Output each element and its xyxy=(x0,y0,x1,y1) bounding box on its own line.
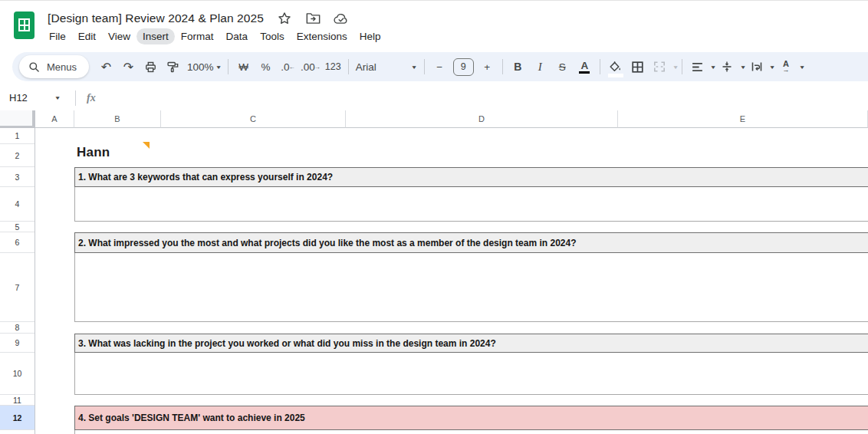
decrease-decimal-button[interactable]: .0← xyxy=(278,57,298,77)
question-3-cell[interactable]: 3. What was lacking in the project you w… xyxy=(74,334,868,353)
menu-extensions[interactable]: Extensions xyxy=(291,28,353,44)
text-color-button[interactable]: A xyxy=(575,57,594,77)
zoom-value: 100% xyxy=(187,61,214,73)
column-header-a[interactable]: A xyxy=(35,110,74,128)
name-box-value: H12 xyxy=(9,92,28,104)
menu-insert[interactable]: Insert xyxy=(136,28,175,44)
font-size-input[interactable]: 9 xyxy=(453,58,474,76)
merge-cells-icon xyxy=(653,61,666,73)
toolbar-divider xyxy=(600,59,600,74)
bold-button[interactable]: B xyxy=(508,57,528,77)
cloud-saved-icon[interactable] xyxy=(334,11,349,26)
menu-file[interactable]: File xyxy=(43,28,72,44)
question-1-cell[interactable]: 1. What are 3 keywords that can express … xyxy=(74,167,868,187)
document-title[interactable]: [Design team] Review 2024 & Plan 2025 xyxy=(48,12,264,25)
currency-format-button[interactable]: ₩ xyxy=(234,57,253,77)
menu-help[interactable]: Help xyxy=(353,28,387,44)
column-header-b[interactable]: B xyxy=(74,110,161,128)
menu-tools[interactable]: Tools xyxy=(254,28,291,44)
row-header-12-selected[interactable]: 12 xyxy=(0,406,35,430)
more-formats-button[interactable]: 123 xyxy=(324,57,343,77)
sheets-logo-grid-icon xyxy=(18,18,30,31)
row-header-divider xyxy=(35,129,35,434)
column-header-e[interactable]: E xyxy=(618,110,868,128)
borders-button[interactable] xyxy=(628,57,647,77)
row-header-9[interactable]: 9 xyxy=(0,334,35,353)
horizontal-align-button[interactable] xyxy=(688,57,707,77)
name-box[interactable]: H12 ▼ xyxy=(0,92,66,104)
increase-font-size-button[interactable]: + xyxy=(478,57,497,77)
answer-1-cell[interactable] xyxy=(74,187,868,222)
toolbar-divider xyxy=(228,59,229,74)
text-wrap-icon xyxy=(751,61,763,73)
column-header-c[interactable]: C xyxy=(161,110,346,128)
row-header-1[interactable]: 1 xyxy=(0,128,35,144)
formula-bar: H12 ▼ fx xyxy=(0,85,868,110)
vertical-align-caret-icon[interactable]: ▼ xyxy=(740,64,747,70)
fill-color-button[interactable] xyxy=(606,57,625,77)
answer-4-cell[interactable] xyxy=(74,430,868,434)
fill-color-icon xyxy=(608,61,622,73)
redo-button[interactable]: ↷ xyxy=(119,57,138,77)
select-all-corner[interactable] xyxy=(0,110,35,129)
menu-edit[interactable]: Edit xyxy=(72,28,102,44)
arrow-left-icon: ← xyxy=(289,64,295,71)
italic-button[interactable]: I xyxy=(531,57,550,77)
name-box-caret-icon: ▼ xyxy=(54,95,61,100)
zoom-select[interactable]: 100% ▼ xyxy=(184,61,224,73)
title-row: [Design team] Review 2024 & Plan 2025 xyxy=(48,9,349,28)
row-header-10[interactable]: 10 xyxy=(0,353,35,395)
menu-data[interactable]: Data xyxy=(220,28,255,44)
formula-input[interactable] xyxy=(96,85,868,110)
row-header-5[interactable]: 5 xyxy=(0,222,35,232)
search-icon xyxy=(28,61,40,73)
undo-button[interactable]: ↶ xyxy=(97,57,116,77)
note-marker-icon[interactable] xyxy=(143,142,150,149)
move-folder-icon[interactable] xyxy=(305,11,321,26)
toolbar-divider xyxy=(682,59,682,74)
menu-bar: File Edit View Insert Format Data Tools … xyxy=(43,28,386,44)
question-2-cell[interactable]: 2. What impressed you the most and what … xyxy=(74,232,868,253)
column-header-d[interactable]: D xyxy=(346,110,618,128)
answer-3-cell[interactable] xyxy=(74,353,868,395)
text-wrap-caret-icon[interactable]: ▼ xyxy=(769,64,776,70)
sheets-logo[interactable] xyxy=(14,12,35,39)
decrease-font-size-button[interactable]: − xyxy=(430,57,449,77)
font-family-select[interactable]: Arial ▼ xyxy=(353,61,420,73)
paint-format-button[interactable] xyxy=(163,57,182,77)
merge-cells-button[interactable] xyxy=(650,57,669,77)
row-header-4[interactable]: 4 xyxy=(0,187,35,222)
vertical-align-button[interactable] xyxy=(718,57,737,77)
text-wrap-button[interactable] xyxy=(747,57,766,77)
row-header-7[interactable]: 7 xyxy=(0,253,35,322)
increase-decimal-button[interactable]: .00→ xyxy=(301,57,321,77)
question-4-cell[interactable]: 4. Set goals 'DESIGN TEAM' want to achie… xyxy=(74,406,868,430)
row-header-3[interactable]: 3 xyxy=(0,167,35,187)
star-icon[interactable] xyxy=(277,11,292,26)
menu-view[interactable]: View xyxy=(102,28,136,44)
text-rotation-button[interactable]: A → xyxy=(777,57,796,77)
merge-cells-caret-icon[interactable]: ▼ xyxy=(672,64,679,70)
text-rotation-caret-icon[interactable]: ▼ xyxy=(798,64,805,70)
horizontal-align-caret-icon[interactable]: ▼ xyxy=(710,64,717,70)
search-menus-button[interactable]: Menus xyxy=(19,55,89,78)
chevron-down-icon: ▼ xyxy=(411,64,418,70)
chevron-down-icon: ▼ xyxy=(215,64,222,70)
print-button[interactable] xyxy=(141,57,160,77)
row-header-2[interactable]: 2 xyxy=(0,144,35,167)
cell-b2-value[interactable]: Hann xyxy=(77,145,110,160)
formula-bar-divider xyxy=(75,90,76,106)
fx-icon: fx xyxy=(87,92,96,104)
row-header-8[interactable]: 8 xyxy=(0,322,35,334)
answer-2-cell[interactable] xyxy=(74,253,868,322)
strikethrough-button[interactable]: S xyxy=(553,57,572,77)
text-rotation-icon: A → xyxy=(783,61,790,73)
menus-label: Menus xyxy=(47,61,77,73)
toolbar: Menus ↶ ↷ 100% ▼ ₩ % .0← .00→ 123 Arial … xyxy=(12,52,868,81)
row-header-11[interactable]: 11 xyxy=(0,395,35,406)
row-header-6[interactable]: 6 xyxy=(0,232,35,253)
menu-format[interactable]: Format xyxy=(175,28,220,44)
percent-format-button[interactable]: % xyxy=(256,57,275,77)
paint-format-icon xyxy=(166,61,179,74)
vertical-align-icon xyxy=(721,61,733,73)
